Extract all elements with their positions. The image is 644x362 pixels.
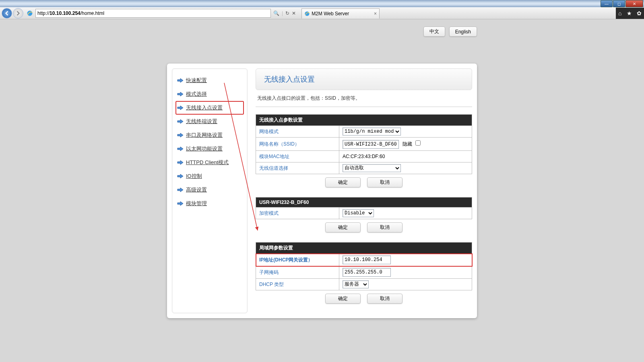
lang-en-button[interactable]: English xyxy=(449,27,477,37)
nav-back-button[interactable] xyxy=(2,8,12,19)
stop-icon[interactable]: ✕ xyxy=(292,10,296,16)
ie-favicon-icon xyxy=(304,11,310,16)
sidebar-item-label: 高级设置 xyxy=(186,186,207,193)
browser-command-bar: ⌂ ★ ✿ xyxy=(616,8,644,19)
lan-ip-row: IP地址(DHCP网关设置） xyxy=(256,254,472,266)
arrow-right-icon xyxy=(177,174,184,179)
url-host: 10.10.100.254 xyxy=(50,10,80,16)
home-icon[interactable]: ⌂ xyxy=(618,10,621,16)
lan-mask-label: 子网掩码 xyxy=(256,266,339,279)
sidebar-item-label: 模块管理 xyxy=(186,200,207,207)
arrow-right-icon xyxy=(16,11,21,16)
address-bar[interactable]: http://10.10.100.254/home.html xyxy=(35,9,271,18)
search-icon[interactable]: 🔍 xyxy=(273,10,279,16)
sidebar-item-ethernet[interactable]: 以太网功能设置 xyxy=(175,142,244,156)
divider xyxy=(256,107,472,107)
arrow-right-icon xyxy=(177,146,184,151)
net-mode-select[interactable]: 11b/g/n mixed mode xyxy=(343,128,401,136)
favorites-icon[interactable]: ★ xyxy=(627,10,632,16)
ap-params-heading: 无线接入点参数设置 xyxy=(256,115,472,126)
url-scheme: http:// xyxy=(37,10,50,16)
page-description: 无线接入点接口的设置，包括：SSID，加密等。 xyxy=(256,90,472,107)
sidebar-item-serial-net[interactable]: 串口及网络设置 xyxy=(175,128,244,142)
sidebar-item-label: 以太网功能设置 xyxy=(186,145,223,152)
ssid-input[interactable] xyxy=(343,140,399,149)
channel-label: 无线信道选择 xyxy=(256,162,339,174)
arrow-right-icon xyxy=(177,119,184,124)
ap-cancel-button[interactable]: 取消 xyxy=(367,177,402,187)
lan-ip-input[interactable] xyxy=(343,255,391,264)
window-minimize-button[interactable]: — xyxy=(601,0,613,7)
sidebar-item-sta-settings[interactable]: 无线终端设置 xyxy=(175,115,244,128)
sidebar-item-label: 模式选择 xyxy=(186,90,207,98)
window-maximize-button[interactable]: ◻ xyxy=(613,0,625,7)
lan-dhcp-select[interactable]: 服务器 xyxy=(343,280,369,288)
browser-navbar: http://10.10.100.254/home.html 🔍 | ↻ ✕ M… xyxy=(0,7,644,19)
arrow-right-icon xyxy=(177,105,184,110)
sidebar-item-httpd-client[interactable]: HTTPD Client模式 xyxy=(175,156,244,169)
window-titlebar: — ◻ ✕ xyxy=(0,0,644,7)
arrow-right-icon xyxy=(177,133,184,138)
sidebar-item-module-mgmt[interactable]: 模块管理 xyxy=(175,197,244,210)
ap-ok-button[interactable]: 确定 xyxy=(325,177,361,187)
lan-mask-input[interactable] xyxy=(343,268,391,277)
page-title-panel: 无线接入点设置 xyxy=(256,68,472,90)
lan-params-table: 局域网参数设置 IP地址(DHCP网关设置） 子网掩码 DHCP 类型 服务 xyxy=(256,242,472,290)
content-card: 快速配置 模式选择 无线接入点设置 无线终端设置 串口及网络设置 xyxy=(167,64,477,318)
net-mode-label: 网络模式 xyxy=(256,126,339,138)
arrow-left-icon xyxy=(4,11,9,16)
main-column: 无线接入点设置 无线接入点接口的设置，包括：SSID，加密等。 无线接入点参数设… xyxy=(256,68,472,313)
enc-mode-select[interactable]: Disable xyxy=(343,209,374,217)
lang-cn-button[interactable]: 中文 xyxy=(423,27,445,37)
sidebar-item-io-control[interactable]: IO控制 xyxy=(175,169,244,183)
sidebar-item-ap-settings[interactable]: 无线接入点设置 xyxy=(175,101,244,115)
page-title: 无线接入点设置 xyxy=(264,74,464,84)
hide-ssid-label: 隐藏 xyxy=(402,141,412,147)
hide-ssid-checkbox[interactable] xyxy=(415,140,421,146)
arrow-right-icon xyxy=(177,187,184,192)
arrow-right-icon xyxy=(177,160,184,165)
enc-mode-label: 加密模式 xyxy=(256,208,339,219)
url-path: /home.html xyxy=(80,10,104,16)
mac-value: AC:CF:23:43:DF:60 xyxy=(339,151,472,162)
svg-point-0 xyxy=(27,11,33,16)
lan-dhcp-label: DHCP 类型 xyxy=(256,279,339,290)
tab-title: M2M Web Server xyxy=(312,11,349,16)
sidebar-item-mode-select[interactable]: 模式选择 xyxy=(175,87,244,101)
sidebar-item-label: 无线终端设置 xyxy=(186,118,217,125)
arrow-right-icon xyxy=(177,201,184,206)
enc-cancel-button[interactable]: 取消 xyxy=(367,222,402,232)
ie-logo-icon xyxy=(26,9,34,17)
lan-ok-button[interactable]: 确定 xyxy=(325,294,361,304)
browser-tab[interactable]: M2M Web Server × xyxy=(301,8,380,19)
arrow-right-icon xyxy=(177,78,184,83)
sidebar-item-label: HTTPD Client模式 xyxy=(186,159,229,166)
page-viewport: 中文 English 快速配置 模式选择 无线接入点设置 xyxy=(0,19,644,362)
sidebar-item-advanced[interactable]: 高级设置 xyxy=(175,183,244,197)
encryption-heading: USR-WIFI232-B_DF60 xyxy=(256,197,472,208)
lan-ip-label: IP地址(DHCP网关设置） xyxy=(256,254,339,266)
sidebar: 快速配置 模式选择 无线接入点设置 无线终端设置 串口及网络设置 xyxy=(172,68,248,313)
sidebar-item-label: 无线接入点设置 xyxy=(186,104,223,111)
lan-params-heading: 局域网参数设置 xyxy=(256,243,472,254)
mac-label: 模块MAC地址 xyxy=(256,151,339,162)
enc-ok-button[interactable]: 确定 xyxy=(325,222,361,232)
window-close-button[interactable]: ✕ xyxy=(625,0,643,7)
sidebar-item-quick-config[interactable]: 快速配置 xyxy=(175,74,244,87)
tools-gear-icon[interactable]: ✿ xyxy=(637,10,642,16)
sidebar-item-label: 快速配置 xyxy=(186,77,207,84)
arrow-right-icon xyxy=(177,92,184,97)
refresh-icon[interactable]: ↻ xyxy=(285,10,289,16)
lan-cancel-button[interactable]: 取消 xyxy=(367,294,402,304)
nav-forward-button[interactable] xyxy=(13,8,23,19)
channel-select[interactable]: 自动选取 xyxy=(343,164,401,172)
addressbar-actions: 🔍 | ↻ ✕ xyxy=(273,10,296,16)
encryption-table: USR-WIFI232-B_DF60 加密模式 Disable xyxy=(256,197,472,219)
svg-point-1 xyxy=(305,11,310,16)
sidebar-item-label: 串口及网络设置 xyxy=(186,132,223,139)
tab-close-icon[interactable]: × xyxy=(374,11,377,16)
ssid-label: 网络名称（SSID） xyxy=(256,138,339,151)
sidebar-item-label: IO控制 xyxy=(186,173,202,180)
ap-params-table: 无线接入点参数设置 网络模式 11b/g/n mixed mode 网络名称（S… xyxy=(256,114,472,174)
